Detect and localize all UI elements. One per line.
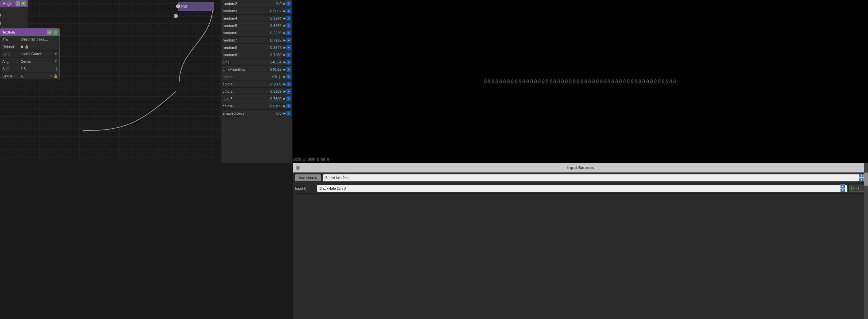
size-up-arrow[interactable]: ▲ [55, 66, 58, 69]
file-label: File [2, 37, 21, 41]
textfile-align-row: Align Center ▼ [0, 58, 60, 65]
volume-number: -12 [856, 186, 861, 190]
vol-bar-2 [853, 187, 855, 190]
textfile-node[interactable]: TextFile − + File christmas_trees.... Re… [0, 28, 60, 80]
lineno-stepper[interactable]: ▲ ▼ [50, 74, 52, 78]
reload-label: Reload [2, 45, 21, 49]
param-arrow-random9[interactable]: ▶ [283, 53, 286, 57]
font-dropdown-arrow[interactable]: ▼ [54, 52, 58, 56]
input0-source-value: BlackHole 2ch 0 [319, 186, 346, 190]
param-arrow-color4[interactable]: ▶ [283, 104, 286, 108]
textfile-font-row: Font Lucida Grande ▼ [0, 51, 60, 58]
param-row-time: time546.64▶● [221, 59, 292, 66]
lineno-up-arrow[interactable]: ▲ [50, 74, 52, 76]
magic-node-input1[interactable] [0, 13, 1, 17]
param-value-random4: 0.9244 [259, 16, 283, 20]
param-icon-color3[interactable]: ● [286, 96, 291, 101]
null-node[interactable]: Null [178, 2, 214, 11]
source-down-btn[interactable]: ▼ [859, 178, 864, 182]
textfile-plus-btn[interactable]: + [53, 30, 58, 35]
param-value-color2: 0.5109 [259, 89, 283, 93]
param-value-color1: 0.2609 [259, 82, 283, 86]
stepper-down-colors[interactable]: ▼ [278, 77, 282, 79]
param-name-time: time [223, 60, 259, 64]
param-icon-random9[interactable]: ● [286, 53, 291, 57]
param-value-color4: 0.0109 [259, 104, 283, 108]
param-arrow-random4[interactable]: ▶ [283, 17, 286, 20]
param-icon-enableColors[interactable]: ● [286, 111, 291, 116]
param-arrow-colors[interactable]: ▶ [283, 75, 286, 78]
align-dropdown-arrow[interactable]: ▼ [54, 60, 58, 63]
param-icon-colors[interactable]: ● [286, 74, 291, 79]
magic-node-minus-btn[interactable]: − [16, 1, 20, 6]
param-name-colors: colors [223, 75, 259, 79]
param-icon-color1[interactable]: ● [286, 82, 291, 86]
lineno-down-arrow[interactable]: ▼ [50, 76, 52, 78]
param-icon-timeFromBeat[interactable]: ● [286, 67, 291, 72]
param-icon-random5[interactable]: ● [286, 23, 291, 28]
param-value-timeFromBeat: 546.62 [259, 67, 283, 71]
param-row-random9: random90.7289▶● [221, 51, 292, 59]
source-up-btn[interactable]: ▲ [859, 174, 864, 178]
header-close-dot[interactable] [296, 166, 300, 170]
param-name-random2: random2 [223, 2, 259, 6]
input0-down-btn[interactable]: ▼ [840, 188, 845, 192]
param-row-color4: color40.0109▶● [221, 102, 292, 110]
param-arrow-enableColors[interactable]: ▶ [283, 111, 286, 115]
input-sources-panel: Input Sources Add source BlackHole 2ch ▲… [293, 163, 868, 319]
null-node-input-connector[interactable] [176, 4, 180, 8]
params-panel: random20.0▶●random30.9892▶●random40.9244… [221, 0, 292, 163]
param-row-random3: random30.9892▶● [221, 7, 292, 14]
input0-source-dropdown[interactable]: BlackHole 2ch 0 ▲ ▼ [317, 185, 847, 192]
stepper-up-colors[interactable]: ▲ [278, 74, 282, 77]
add-source-button[interactable]: Add source [295, 174, 321, 181]
magic-node-input2[interactable] [0, 22, 1, 25]
add-source-row: Add source BlackHole 2ch ▲ ▼ [293, 172, 868, 183]
input-sources-scrollbar[interactable] [864, 163, 868, 319]
param-arrow-color1[interactable]: ▶ [283, 83, 286, 86]
size-stepper[interactable]: ▲ ▼ [55, 66, 58, 71]
wave-visualization: ϑϑϑϑϑϑϑϑϑϑϑϑϑϑϑϑϑϑϑϑϑϑϑϑϑϑϑϑϑϑϑϑϑϑϑϑϑϑϑϑ… [484, 78, 677, 85]
scrollbar-thumb[interactable] [864, 172, 868, 186]
param-icon-random8[interactable]: ● [286, 45, 291, 50]
null-node-second-connector[interactable] [174, 14, 178, 18]
param-value-random2: 0.0 [259, 2, 283, 6]
param-icon-time[interactable]: ● [286, 60, 291, 64]
param-arrow-random2[interactable]: ▶ [283, 2, 286, 5]
source-dropdown[interactable]: BlackHole 2ch ▲ ▼ [323, 174, 866, 182]
param-name-random5: random5 [223, 24, 259, 28]
render-area: ϑϑϑϑϑϑϑϑϑϑϑϑϑϑϑϑϑϑϑϑϑϑϑϑϑϑϑϑϑϑϑϑϑϑϑϑϑϑϑϑ… [292, 0, 868, 163]
input0-label: Input 0 [295, 186, 315, 190]
textfile-reload-row: Reload 🔒 [0, 43, 60, 51]
param-stepper-colors[interactable]: ▲▼ [278, 74, 282, 79]
param-arrow-random6[interactable]: ▶ [283, 31, 286, 35]
param-arrow-color3[interactable]: ▶ [283, 97, 286, 100]
param-icon-random6[interactable]: ● [286, 31, 291, 35]
param-name-color4: color4 [223, 104, 259, 108]
param-arrow-color2[interactable]: ▶ [283, 90, 286, 93]
magic-node[interactable]: Magic − + [0, 0, 28, 28]
align-value: Center [21, 60, 54, 63]
input0-up-btn[interactable]: ▲ [840, 184, 845, 188]
param-arrow-random5[interactable]: ▶ [283, 24, 286, 27]
param-arrow-time[interactable]: ▶ [283, 61, 286, 64]
param-icon-random3[interactable]: ● [286, 9, 291, 13]
param-value-colors: 4.0 [259, 75, 278, 79]
reload-dot[interactable] [21, 45, 23, 48]
textfile-minus-btn[interactable]: − [47, 30, 52, 35]
param-icon-random2[interactable]: ● [286, 1, 291, 6]
param-icon-random7[interactable]: ● [286, 38, 291, 42]
magic-node-plus-btn[interactable]: + [21, 1, 26, 6]
file-value: christmas_trees.... [21, 37, 58, 41]
param-icon-color2[interactable]: ● [286, 89, 291, 94]
source-dropdown-value: BlackHole 2ch [326, 176, 349, 180]
param-arrow-random8[interactable]: ▶ [283, 46, 286, 49]
size-down-arrow[interactable]: ▼ [55, 69, 58, 71]
param-row-color3: color30.7609▶● [221, 95, 292, 102]
param-icon-random4[interactable]: ● [286, 16, 291, 21]
param-arrow-random7[interactable]: ▶ [283, 38, 286, 42]
param-arrow-random3[interactable]: ▶ [283, 9, 286, 12]
param-icon-color4[interactable]: ● [286, 104, 291, 108]
param-arrow-timeFromBeat[interactable]: ▶ [283, 68, 286, 71]
lock-icon: 🔒 [25, 45, 29, 49]
